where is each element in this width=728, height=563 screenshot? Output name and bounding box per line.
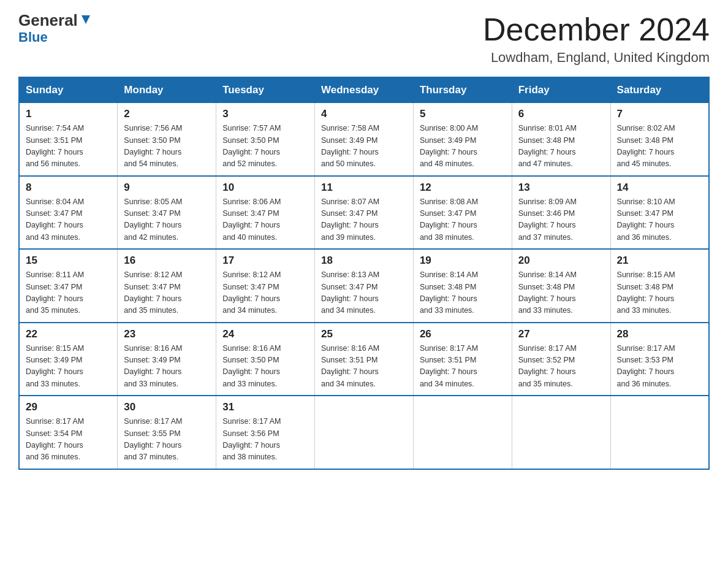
calendar-cell — [512, 396, 610, 469]
calendar-cell: 8Sunrise: 8:04 AMSunset: 3:47 PMDaylight… — [19, 176, 118, 250]
day-number: 2 — [124, 108, 210, 120]
day-number: 11 — [321, 182, 407, 194]
day-number: 10 — [222, 182, 308, 194]
calendar-cell: 31Sunrise: 8:17 AMSunset: 3:56 PMDayligh… — [216, 396, 315, 469]
calendar-cell: 3Sunrise: 7:57 AMSunset: 3:50 PMDaylight… — [216, 103, 315, 176]
day-info: Sunrise: 8:16 AMSunset: 3:50 PMDaylight:… — [222, 343, 308, 391]
svg-marker-0 — [82, 15, 90, 24]
calendar-cell: 25Sunrise: 8:16 AMSunset: 3:51 PMDayligh… — [315, 323, 414, 396]
logo-text-blue: Blue — [18, 29, 48, 45]
day-number: 8 — [26, 182, 111, 194]
weekday-header-saturday: Saturday — [610, 77, 709, 103]
logo: General Blue — [18, 12, 93, 45]
calendar-header: SundayMondayTuesdayWednesdayThursdayFrid… — [19, 77, 709, 103]
calendar-cell: 16Sunrise: 8:12 AMSunset: 3:47 PMDayligh… — [118, 249, 216, 323]
calendar-cell — [610, 396, 709, 469]
day-info: Sunrise: 8:10 AMSunset: 3:47 PMDaylight:… — [617, 196, 702, 244]
day-number: 27 — [518, 328, 604, 340]
day-number: 30 — [124, 401, 210, 413]
week-row-5: 29Sunrise: 8:17 AMSunset: 3:54 PMDayligh… — [19, 396, 709, 469]
day-number: 25 — [321, 328, 407, 340]
calendar-cell — [413, 396, 512, 469]
day-info: Sunrise: 8:17 AMSunset: 3:56 PMDaylight:… — [222, 416, 308, 464]
calendar-cell: 22Sunrise: 8:15 AMSunset: 3:49 PMDayligh… — [19, 323, 118, 396]
calendar-cell: 20Sunrise: 8:14 AMSunset: 3:48 PMDayligh… — [512, 249, 610, 323]
calendar-cell: 6Sunrise: 8:01 AMSunset: 3:48 PMDaylight… — [512, 103, 610, 176]
day-number: 6 — [518, 108, 604, 120]
day-info: Sunrise: 8:17 AMSunset: 3:51 PMDaylight:… — [420, 343, 506, 391]
day-info: Sunrise: 8:00 AMSunset: 3:49 PMDaylight:… — [420, 123, 506, 170]
calendar-cell: 17Sunrise: 8:12 AMSunset: 3:47 PMDayligh… — [216, 249, 315, 323]
week-row-2: 8Sunrise: 8:04 AMSunset: 3:47 PMDaylight… — [19, 176, 709, 250]
weekday-header-tuesday: Tuesday — [216, 77, 315, 103]
calendar-cell: 14Sunrise: 8:10 AMSunset: 3:47 PMDayligh… — [610, 176, 709, 250]
calendar-title: December 2024 — [483, 12, 710, 47]
day-number: 24 — [222, 328, 308, 340]
day-info: Sunrise: 8:11 AMSunset: 3:47 PMDaylight:… — [26, 269, 111, 317]
weekday-header-row: SundayMondayTuesdayWednesdayThursdayFrid… — [19, 77, 709, 103]
calendar-cell: 30Sunrise: 8:17 AMSunset: 3:55 PMDayligh… — [118, 396, 216, 469]
day-number: 16 — [124, 255, 210, 267]
calendar-cell: 7Sunrise: 8:02 AMSunset: 3:48 PMDaylight… — [610, 103, 709, 176]
day-number: 22 — [26, 328, 111, 340]
calendar-cell: 9Sunrise: 8:05 AMSunset: 3:47 PMDaylight… — [118, 176, 216, 250]
day-info: Sunrise: 8:04 AMSunset: 3:47 PMDaylight:… — [26, 196, 111, 244]
calendar-cell: 21Sunrise: 8:15 AMSunset: 3:48 PMDayligh… — [610, 249, 709, 323]
day-number: 23 — [124, 328, 210, 340]
day-info: Sunrise: 8:05 AMSunset: 3:47 PMDaylight:… — [124, 196, 210, 244]
calendar-cell: 26Sunrise: 8:17 AMSunset: 3:51 PMDayligh… — [413, 323, 512, 396]
day-number: 5 — [420, 108, 506, 120]
day-number: 17 — [222, 255, 308, 267]
week-row-1: 1Sunrise: 7:54 AMSunset: 3:51 PMDaylight… — [19, 103, 709, 176]
day-number: 19 — [420, 255, 506, 267]
calendar-cell: 19Sunrise: 8:14 AMSunset: 3:48 PMDayligh… — [413, 249, 512, 323]
calendar-cell: 28Sunrise: 8:17 AMSunset: 3:53 PMDayligh… — [610, 323, 709, 396]
day-number: 3 — [222, 108, 308, 120]
day-info: Sunrise: 8:14 AMSunset: 3:48 PMDaylight:… — [518, 269, 604, 317]
calendar-cell — [315, 396, 414, 469]
calendar-title-area: December 2024 Lowdham, England, United K… — [483, 12, 710, 66]
day-number: 28 — [617, 328, 702, 340]
day-info: Sunrise: 8:16 AMSunset: 3:51 PMDaylight:… — [321, 343, 407, 391]
calendar-cell: 10Sunrise: 8:06 AMSunset: 3:47 PMDayligh… — [216, 176, 315, 250]
day-info: Sunrise: 8:17 AMSunset: 3:55 PMDaylight:… — [124, 416, 210, 464]
day-info: Sunrise: 8:17 AMSunset: 3:53 PMDaylight:… — [617, 343, 702, 391]
day-info: Sunrise: 8:16 AMSunset: 3:49 PMDaylight:… — [124, 343, 210, 391]
day-info: Sunrise: 8:09 AMSunset: 3:46 PMDaylight:… — [518, 196, 604, 244]
day-info: Sunrise: 7:56 AMSunset: 3:50 PMDaylight:… — [124, 123, 210, 170]
day-info: Sunrise: 8:08 AMSunset: 3:47 PMDaylight:… — [420, 196, 506, 244]
calendar-cell: 13Sunrise: 8:09 AMSunset: 3:46 PMDayligh… — [512, 176, 610, 250]
calendar-cell: 11Sunrise: 8:07 AMSunset: 3:47 PMDayligh… — [315, 176, 414, 250]
week-row-4: 22Sunrise: 8:15 AMSunset: 3:49 PMDayligh… — [19, 323, 709, 396]
day-info: Sunrise: 8:17 AMSunset: 3:54 PMDaylight:… — [26, 416, 111, 464]
day-info: Sunrise: 8:01 AMSunset: 3:48 PMDaylight:… — [518, 123, 604, 170]
calendar-cell: 27Sunrise: 8:17 AMSunset: 3:52 PMDayligh… — [512, 323, 610, 396]
calendar-subtitle: Lowdham, England, United Kingdom — [483, 50, 710, 66]
day-number: 29 — [26, 401, 111, 413]
day-info: Sunrise: 7:54 AMSunset: 3:51 PMDaylight:… — [26, 123, 111, 170]
day-info: Sunrise: 8:14 AMSunset: 3:48 PMDaylight:… — [420, 269, 506, 317]
day-info: Sunrise: 8:17 AMSunset: 3:52 PMDaylight:… — [518, 343, 604, 391]
day-number: 20 — [518, 255, 604, 267]
logo-text-general: General — [18, 12, 78, 28]
calendar-cell: 5Sunrise: 8:00 AMSunset: 3:49 PMDaylight… — [413, 103, 512, 176]
logo-triangle-icon — [79, 13, 93, 26]
calendar-cell: 12Sunrise: 8:08 AMSunset: 3:47 PMDayligh… — [413, 176, 512, 250]
day-number: 31 — [222, 401, 308, 413]
weekday-header-sunday: Sunday — [19, 77, 118, 103]
calendar-cell: 29Sunrise: 8:17 AMSunset: 3:54 PMDayligh… — [19, 396, 118, 469]
day-number: 14 — [617, 182, 702, 194]
calendar-cell: 24Sunrise: 8:16 AMSunset: 3:50 PMDayligh… — [216, 323, 315, 396]
weekday-header-thursday: Thursday — [413, 77, 512, 103]
calendar-cell: 2Sunrise: 7:56 AMSunset: 3:50 PMDaylight… — [118, 103, 216, 176]
day-info: Sunrise: 8:12 AMSunset: 3:47 PMDaylight:… — [124, 269, 210, 317]
day-number: 13 — [518, 182, 604, 194]
day-info: Sunrise: 8:02 AMSunset: 3:48 PMDaylight:… — [617, 123, 702, 170]
calendar-cell: 1Sunrise: 7:54 AMSunset: 3:51 PMDaylight… — [19, 103, 118, 176]
calendar-cell: 18Sunrise: 8:13 AMSunset: 3:47 PMDayligh… — [315, 249, 414, 323]
day-info: Sunrise: 8:15 AMSunset: 3:49 PMDaylight:… — [26, 343, 111, 391]
day-number: 26 — [420, 328, 506, 340]
weekday-header-friday: Friday — [512, 77, 610, 103]
day-number: 1 — [26, 108, 111, 120]
day-info: Sunrise: 7:57 AMSunset: 3:50 PMDaylight:… — [222, 123, 308, 170]
